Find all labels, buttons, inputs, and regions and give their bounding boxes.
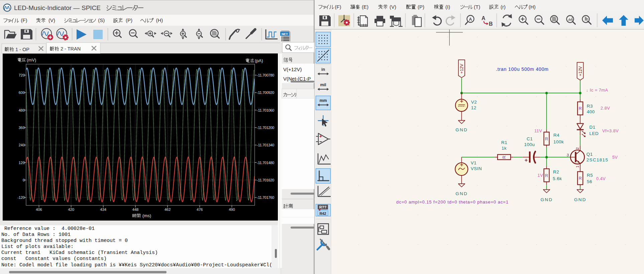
svg-text:476: 476 (197, 208, 203, 212)
svg-text:Vf=3.8V: Vf=3.8V (602, 128, 619, 133)
svg-text:D1: D1 (589, 125, 595, 130)
svg-text:420: 420 (68, 208, 74, 212)
svg-text:R: R (545, 137, 548, 141)
svg-text:(mV): (mV) (27, 57, 36, 62)
svg-text:V2: V2 (471, 100, 477, 105)
svg-text:—: — (73, 4, 80, 11)
svg-text:12: 12 (471, 105, 476, 110)
svg-text:1V: 1V (538, 173, 543, 178)
svg-text:-11.701620: -11.701620 (257, 178, 274, 182)
svg-text:(F): (F) (21, 17, 27, 23)
svg-text:600: 600 (19, 91, 25, 95)
svg-text:-11.700920: -11.700920 (257, 91, 274, 95)
svg-text:GND: GND (574, 197, 586, 202)
svg-text:5V: 5V (612, 155, 618, 160)
svg-text:V(+12V): V(+12V) (283, 66, 302, 72)
svg-text:(V): (V) (48, 17, 55, 23)
svg-text:240: 240 (19, 143, 25, 147)
svg-text:R: R (545, 173, 548, 178)
svg-text:406: 406 (36, 208, 42, 212)
svg-text:.tran 100u 500m 400m: .tran 100u 500m 400m (496, 66, 549, 72)
svg-text:+12V: +12V (578, 66, 583, 76)
svg-text:(V): (V) (390, 4, 396, 10)
svg-text:100k: 100k (553, 139, 564, 144)
svg-text:-11.701340: -11.701340 (257, 143, 274, 147)
svg-text:480: 480 (19, 108, 25, 112)
svg-text:3: 3 (567, 153, 569, 157)
svg-text:GND: GND (540, 197, 553, 202)
svg-text:(F): (F) (335, 4, 341, 10)
svg-text:V1: V1 (471, 160, 477, 165)
svg-text:R: R (579, 106, 582, 111)
svg-text:GND: GND (455, 191, 468, 196)
svg-text:2: 2 (575, 147, 579, 149)
svg-text:-11.701760: -11.701760 (257, 195, 274, 199)
svg-text:R1: R1 (501, 140, 507, 145)
svg-text:-11.701060: -11.701060 (257, 108, 274, 112)
svg-text:(H): (H) (156, 17, 163, 23)
svg-text:-11.700780: -11.700780 (257, 73, 274, 77)
svg-text:A: A (469, 17, 472, 22)
svg-text:1 - OP: 1 - OP (15, 47, 29, 52)
svg-text:VSIN: VSIN (471, 166, 482, 171)
svg-text:GND: GND (455, 127, 468, 132)
svg-text:(P): (P) (126, 17, 132, 23)
svg-text:R5: R5 (587, 173, 593, 178)
svg-text:400: 400 (587, 109, 595, 114)
svg-text:mm: mm (319, 98, 327, 103)
svg-text:1k: 1k (502, 146, 507, 151)
svg-text:1: 1 (575, 165, 579, 167)
svg-text:(I): (I) (445, 4, 450, 10)
svg-text:+12V: +12V (459, 63, 464, 74)
svg-text:11V: 11V (534, 128, 542, 133)
svg-text:SPICE: SPICE (82, 4, 101, 11)
svg-text:(T): (T) (474, 4, 480, 10)
svg-text:R: R (579, 176, 582, 181)
svg-text:448: 448 (132, 208, 138, 212)
svg-text:(S): (S) (98, 17, 105, 23)
svg-text:-11.701480: -11.701480 (257, 161, 274, 165)
svg-text:2.8V: 2.8V (601, 106, 610, 111)
svg-text:2 - TRAN: 2 - TRAN (61, 46, 81, 51)
svg-text:(P): (P) (418, 4, 424, 10)
svg-text:R3: R3 (587, 104, 593, 109)
svg-text:LED-Music-Indicator: LED-Music-Indicator (14, 4, 72, 11)
svg-text:B: B (489, 21, 493, 27)
svg-text:434: 434 (100, 208, 106, 212)
svg-text:2SC1815: 2SC1815 (586, 157, 608, 162)
svg-text:dc=0 ampl=0.15 f=200 td=0 thet: dc=0 ampl=0.15 f=200 td=0 theta=0 phase=… (396, 199, 509, 204)
svg-text:360: 360 (19, 126, 25, 130)
svg-text:A: A (481, 15, 486, 21)
svg-text:(ms): (ms) (142, 213, 151, 218)
svg-text:720: 720 (19, 73, 25, 77)
svg-text:mil: mil (320, 83, 326, 87)
svg-text:0: 0 (23, 178, 25, 182)
svg-text:in: in (321, 67, 325, 72)
svg-text:C1: C1 (527, 136, 533, 141)
svg-text:V(Net-(C1-P: V(Net-(C1-P (283, 76, 311, 82)
svg-text:490: 490 (229, 208, 235, 212)
svg-text:R: R (502, 156, 507, 159)
svg-text:56: 56 (587, 179, 592, 184)
svg-text:R42: R42 (319, 212, 326, 216)
svg-text:Q1: Q1 (586, 152, 593, 157)
svg-text:0.4V: 0.4V (596, 176, 606, 181)
svg-text:R2: R2 (553, 169, 559, 174)
svg-text:LED: LED (589, 131, 599, 136)
svg-text:462: 462 (165, 208, 171, 212)
svg-text:(r): (r) (501, 4, 506, 10)
svg-text:↓ Ic = 7mA: ↓ Ic = 7mA (586, 88, 608, 93)
svg-text:R4: R4 (553, 133, 559, 138)
svg-text:120: 120 (19, 161, 25, 165)
svg-text:NET: NET (282, 32, 288, 36)
svg-text:5.6k: 5.6k (553, 176, 562, 181)
svg-text:R??: R?? (319, 205, 327, 209)
svg-text:(H): (H) (529, 4, 536, 10)
svg-text:(pA): (pA) (255, 58, 263, 63)
svg-text:100u: 100u (524, 142, 535, 147)
svg-text:-120: -120 (17, 195, 25, 199)
svg-text:-11.701200: -11.701200 (257, 126, 274, 130)
svg-text:(E): (E) (362, 4, 368, 10)
